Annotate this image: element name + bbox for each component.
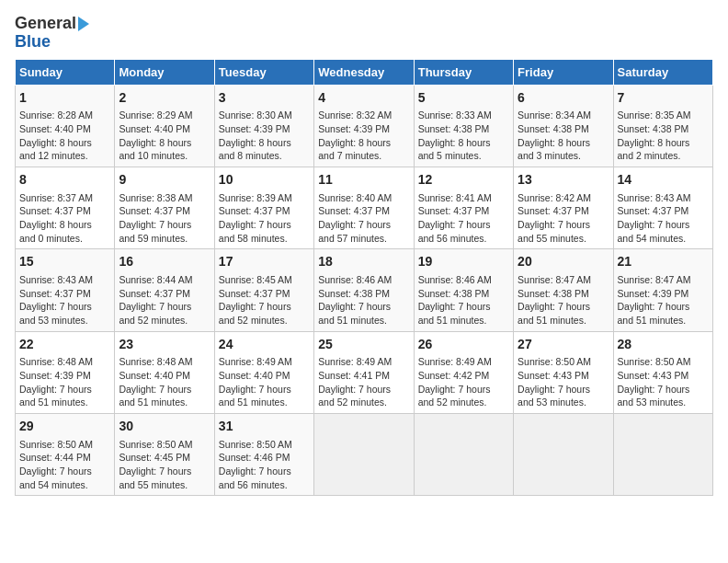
day-number: 20: [518, 253, 609, 271]
day-cell: 26Sunrise: 8:49 AM Sunset: 4:42 PM Dayli…: [414, 331, 513, 413]
day-info: Sunrise: 8:42 AM Sunset: 4:37 PM Dayligh…: [518, 191, 609, 246]
day-cell: [314, 413, 414, 495]
day-info: Sunrise: 8:37 AM Sunset: 4:37 PM Dayligh…: [19, 191, 110, 246]
day-number: 26: [418, 336, 509, 354]
day-number: 30: [119, 418, 210, 436]
day-number: 21: [618, 253, 709, 271]
week-row-3: 15Sunrise: 8:43 AM Sunset: 4:37 PM Dayli…: [16, 249, 713, 331]
day-info: Sunrise: 8:41 AM Sunset: 4:37 PM Dayligh…: [418, 191, 509, 246]
day-info: Sunrise: 8:46 AM Sunset: 4:38 PM Dayligh…: [318, 273, 409, 327]
day-info: Sunrise: 8:49 AM Sunset: 4:42 PM Dayligh…: [418, 355, 509, 409]
day-cell: 2Sunrise: 8:29 AM Sunset: 4:40 PM Daylig…: [115, 85, 214, 167]
day-cell: 10Sunrise: 8:39 AM Sunset: 4:37 PM Dayli…: [214, 167, 313, 248]
day-number: 1: [19, 89, 110, 108]
day-number: 12: [418, 171, 509, 190]
col-header-tuesday: Tuesday: [214, 59, 313, 85]
day-number: 25: [318, 336, 409, 354]
day-info: Sunrise: 8:48 AM Sunset: 4:39 PM Dayligh…: [19, 355, 110, 409]
day-info: Sunrise: 8:43 AM Sunset: 4:37 PM Dayligh…: [618, 191, 709, 246]
day-number: 3: [219, 89, 310, 108]
day-info: Sunrise: 8:47 AM Sunset: 4:39 PM Dayligh…: [618, 273, 709, 327]
week-row-1: 1Sunrise: 8:28 AM Sunset: 4:40 PM Daylig…: [16, 85, 713, 167]
day-cell: 3Sunrise: 8:30 AM Sunset: 4:39 PM Daylig…: [214, 85, 313, 167]
day-cell: 31Sunrise: 8:50 AM Sunset: 4:46 PM Dayli…: [214, 413, 313, 495]
day-cell: 6Sunrise: 8:34 AM Sunset: 4:38 PM Daylig…: [514, 85, 613, 167]
day-number: 19: [418, 253, 509, 271]
day-info: Sunrise: 8:32 AM Sunset: 4:39 PM Dayligh…: [318, 109, 409, 163]
day-number: 13: [518, 171, 609, 190]
day-info: Sunrise: 8:50 AM Sunset: 4:45 PM Dayligh…: [119, 438, 210, 492]
week-row-2: 8Sunrise: 8:37 AM Sunset: 4:37 PM Daylig…: [16, 167, 713, 248]
day-cell: 8Sunrise: 8:37 AM Sunset: 4:37 PM Daylig…: [16, 167, 115, 248]
day-number: 6: [518, 89, 609, 108]
day-info: Sunrise: 8:48 AM Sunset: 4:40 PM Dayligh…: [119, 355, 210, 409]
day-cell: 14Sunrise: 8:43 AM Sunset: 4:37 PM Dayli…: [613, 167, 712, 248]
day-info: Sunrise: 8:45 AM Sunset: 4:37 PM Dayligh…: [219, 273, 310, 327]
col-header-saturday: Saturday: [613, 59, 712, 85]
day-cell: 20Sunrise: 8:47 AM Sunset: 4:38 PM Dayli…: [514, 249, 613, 331]
logo-text-general: General: [15, 15, 76, 33]
day-cell: 17Sunrise: 8:45 AM Sunset: 4:37 PM Dayli…: [214, 249, 313, 331]
day-cell: 18Sunrise: 8:46 AM Sunset: 4:38 PM Dayli…: [314, 249, 414, 331]
col-header-wednesday: Wednesday: [314, 59, 414, 85]
calendar-table: SundayMondayTuesdayWednesdayThursdayFrid…: [15, 59, 713, 497]
logo-text-blue: Blue: [15, 33, 51, 52]
day-cell: 25Sunrise: 8:49 AM Sunset: 4:41 PM Dayli…: [314, 331, 414, 413]
day-info: Sunrise: 8:46 AM Sunset: 4:38 PM Dayligh…: [418, 273, 509, 327]
day-cell: 21Sunrise: 8:47 AM Sunset: 4:39 PM Dayli…: [613, 249, 712, 331]
day-cell: 13Sunrise: 8:42 AM Sunset: 4:37 PM Dayli…: [514, 167, 613, 248]
day-info: Sunrise: 8:50 AM Sunset: 4:43 PM Dayligh…: [518, 355, 609, 409]
day-cell: 7Sunrise: 8:35 AM Sunset: 4:38 PM Daylig…: [613, 85, 712, 167]
day-number: 29: [19, 418, 110, 436]
day-info: Sunrise: 8:49 AM Sunset: 4:41 PM Dayligh…: [318, 355, 409, 409]
day-cell: 16Sunrise: 8:44 AM Sunset: 4:37 PM Dayli…: [115, 249, 214, 331]
day-cell: 27Sunrise: 8:50 AM Sunset: 4:43 PM Dayli…: [514, 331, 613, 413]
day-number: 15: [19, 253, 110, 271]
day-cell: 28Sunrise: 8:50 AM Sunset: 4:43 PM Dayli…: [613, 331, 712, 413]
header: General Blue: [15, 15, 713, 52]
day-number: 18: [318, 253, 409, 271]
day-info: Sunrise: 8:43 AM Sunset: 4:37 PM Dayligh…: [19, 273, 110, 327]
day-cell: 1Sunrise: 8:28 AM Sunset: 4:40 PM Daylig…: [16, 85, 115, 167]
day-number: 27: [518, 336, 609, 354]
logo-arrow-icon: [78, 17, 89, 31]
day-cell: 4Sunrise: 8:32 AM Sunset: 4:39 PM Daylig…: [314, 85, 414, 167]
day-cell: 23Sunrise: 8:48 AM Sunset: 4:40 PM Dayli…: [115, 331, 214, 413]
day-cell: 12Sunrise: 8:41 AM Sunset: 4:37 PM Dayli…: [414, 167, 513, 248]
day-number: 9: [119, 171, 210, 190]
col-header-sunday: Sunday: [16, 59, 115, 85]
day-info: Sunrise: 8:35 AM Sunset: 4:38 PM Dayligh…: [618, 109, 709, 163]
day-number: 7: [618, 89, 709, 108]
day-info: Sunrise: 8:28 AM Sunset: 4:40 PM Dayligh…: [19, 109, 110, 163]
day-cell: 5Sunrise: 8:33 AM Sunset: 4:38 PM Daylig…: [414, 85, 513, 167]
day-info: Sunrise: 8:50 AM Sunset: 4:43 PM Dayligh…: [618, 355, 709, 409]
week-row-5: 29Sunrise: 8:50 AM Sunset: 4:44 PM Dayli…: [16, 413, 713, 495]
day-info: Sunrise: 8:49 AM Sunset: 4:40 PM Dayligh…: [219, 355, 310, 409]
day-number: 22: [19, 336, 110, 354]
day-number: 2: [119, 89, 210, 108]
day-number: 24: [219, 336, 310, 354]
day-number: 23: [119, 336, 210, 354]
logo: General Blue: [15, 15, 89, 52]
day-info: Sunrise: 8:50 AM Sunset: 4:46 PM Dayligh…: [219, 438, 310, 492]
day-number: 4: [318, 89, 409, 108]
header-row: SundayMondayTuesdayWednesdayThursdayFrid…: [16, 59, 713, 85]
day-number: 31: [219, 418, 310, 436]
day-cell: 15Sunrise: 8:43 AM Sunset: 4:37 PM Dayli…: [16, 249, 115, 331]
day-cell: [514, 413, 613, 495]
day-info: Sunrise: 8:44 AM Sunset: 4:37 PM Dayligh…: [119, 273, 210, 327]
day-number: 14: [618, 171, 709, 190]
day-info: Sunrise: 8:38 AM Sunset: 4:37 PM Dayligh…: [119, 191, 210, 246]
day-number: 28: [618, 336, 709, 354]
day-info: Sunrise: 8:29 AM Sunset: 4:40 PM Dayligh…: [119, 109, 210, 163]
day-info: Sunrise: 8:34 AM Sunset: 4:38 PM Dayligh…: [518, 109, 609, 163]
day-info: Sunrise: 8:40 AM Sunset: 4:37 PM Dayligh…: [318, 191, 409, 246]
day-info: Sunrise: 8:30 AM Sunset: 4:39 PM Dayligh…: [219, 109, 310, 163]
day-number: 10: [219, 171, 310, 190]
day-info: Sunrise: 8:33 AM Sunset: 4:38 PM Dayligh…: [418, 109, 509, 163]
week-row-4: 22Sunrise: 8:48 AM Sunset: 4:39 PM Dayli…: [16, 331, 713, 413]
day-number: 17: [219, 253, 310, 271]
day-cell: 30Sunrise: 8:50 AM Sunset: 4:45 PM Dayli…: [115, 413, 214, 495]
day-info: Sunrise: 8:50 AM Sunset: 4:44 PM Dayligh…: [19, 438, 110, 492]
day-cell: [613, 413, 712, 495]
